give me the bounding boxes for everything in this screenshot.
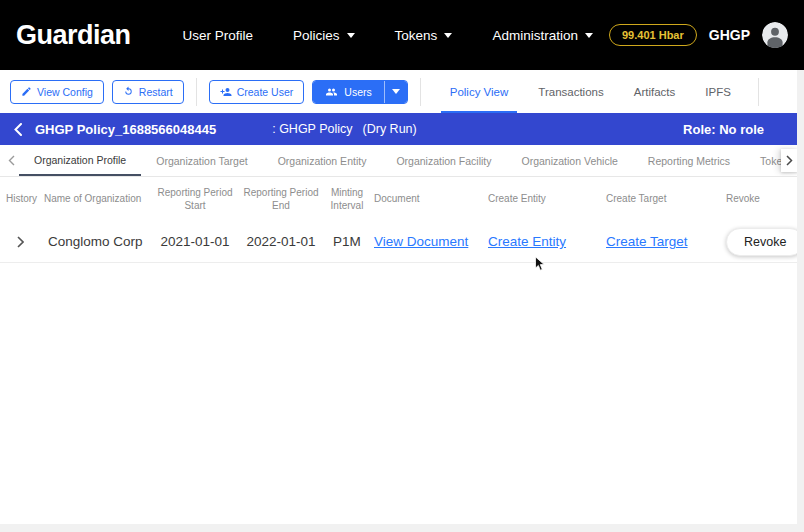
mouse-cursor-icon xyxy=(534,256,545,275)
avatar[interactable] xyxy=(762,22,788,48)
role-indicator: Role: No role xyxy=(683,122,764,137)
table-row: Conglomo Corp 2021-01-01 2022-01-01 P1M … xyxy=(0,221,804,263)
reporting-period-start-value: 2021-01-01 xyxy=(152,234,238,249)
tab-reporting-metrics[interactable]: Reporting Metrics xyxy=(633,145,745,176)
current-username: GHGP xyxy=(709,27,750,43)
toolbar-tabs: Policy View Transactions Artifacts IPFS xyxy=(435,70,746,113)
col-name-of-organization: Name of Organization xyxy=(40,192,152,206)
chevron-down-icon xyxy=(347,33,355,38)
col-reporting-period-start: Reporting Period Start xyxy=(152,186,238,213)
table-header-row: History Name of Organization Reporting P… xyxy=(0,177,804,221)
nav-policies[interactable]: Policies xyxy=(293,28,355,43)
nav-administration-label: Administration xyxy=(492,28,578,43)
tabs-scroll-left-button[interactable] xyxy=(4,145,19,176)
pencil-icon xyxy=(21,86,32,97)
tab-transactions[interactable]: Transactions xyxy=(523,70,618,113)
tab-ipfs-label: IPFS xyxy=(705,86,731,98)
person-add-icon xyxy=(220,86,232,98)
policy-name: GHGP Policy_1688566048445 xyxy=(35,122,216,137)
tab-organization-entity[interactable]: Organization Entity xyxy=(263,145,382,176)
user-avatar-icon xyxy=(762,22,788,48)
hbar-balance-badge[interactable]: 99.401 Hbar xyxy=(609,24,697,46)
view-config-label: View Config xyxy=(37,86,93,98)
nav-user-profile-label: User Profile xyxy=(183,28,254,43)
tab-ipfs[interactable]: IPFS xyxy=(690,70,746,113)
tab-policy-view-label: Policy View xyxy=(450,86,509,98)
create-target-link[interactable]: Create Target xyxy=(606,234,688,249)
create-user-label: Create User xyxy=(237,86,294,98)
policy-header-bar: GHGP Policy_1688566048445 : GHGP Policy … xyxy=(0,113,804,145)
nav-tokens-label: Tokens xyxy=(395,28,438,43)
users-split-button: Users xyxy=(312,80,407,104)
tab-organization-profile-label: Organization Profile xyxy=(34,154,126,166)
create-user-button[interactable]: Create User xyxy=(209,80,305,104)
col-create-target: Create Target xyxy=(602,192,722,206)
users-group-icon xyxy=(325,86,338,98)
policy-mode-badge: (Dry Run) xyxy=(363,122,417,136)
organization-name: Conglomo Corp xyxy=(40,234,152,249)
toolbar-divider xyxy=(196,78,197,106)
users-button[interactable]: Users xyxy=(313,81,383,103)
create-entity-link[interactable]: Create Entity xyxy=(488,234,566,249)
tab-organization-facility[interactable]: Organization Facility xyxy=(381,145,506,176)
minting-interval-value: P1M xyxy=(324,234,370,249)
users-label: Users xyxy=(344,86,371,98)
chevron-down-icon xyxy=(444,33,452,38)
col-create-entity: Create Entity xyxy=(484,192,602,206)
view-config-button[interactable]: View Config xyxy=(10,80,104,104)
restart-icon xyxy=(123,86,134,97)
nav-administration[interactable]: Administration xyxy=(492,28,593,43)
chevron-down-icon xyxy=(392,89,400,94)
col-reporting-period-end: Reporting Period End xyxy=(238,186,324,213)
toolbar-divider xyxy=(420,78,421,106)
col-document: Document xyxy=(370,192,484,206)
tab-organization-target-label: Organization Target xyxy=(156,155,247,167)
col-revoke: Revoke xyxy=(722,192,804,206)
horizontal-scrollbar[interactable] xyxy=(0,524,804,532)
policy-toolbar: View Config Restart Create User Users Po… xyxy=(0,70,804,113)
tab-transactions-label: Transactions xyxy=(538,86,603,98)
vertical-scrollbar[interactable] xyxy=(797,70,804,524)
view-document-link[interactable]: View Document xyxy=(374,234,468,249)
col-history: History xyxy=(0,192,40,206)
back-button[interactable] xyxy=(14,123,22,136)
tab-organization-vehicle-label: Organization Vehicle xyxy=(522,155,618,167)
col-minting-interval: Minting Interval xyxy=(324,186,370,213)
top-nav: User Profile Policies Tokens Administrat… xyxy=(183,28,593,43)
reporting-period-end-value: 2022-01-01 xyxy=(238,234,324,249)
revoke-button[interactable]: Revoke xyxy=(726,228,804,256)
top-right-group: 99.401 Hbar GHGP xyxy=(609,22,788,48)
restart-label: Restart xyxy=(139,86,173,98)
chevron-left-icon xyxy=(14,123,22,136)
tab-organization-vehicle[interactable]: Organization Vehicle xyxy=(507,145,633,176)
toolbar-divider xyxy=(758,78,759,106)
restart-button[interactable]: Restart xyxy=(112,80,184,104)
tab-artifacts-label: Artifacts xyxy=(634,86,676,98)
chevron-down-icon xyxy=(585,33,593,38)
nav-user-profile[interactable]: User Profile xyxy=(183,28,254,43)
tabs-scroll-right-button[interactable] xyxy=(781,149,798,172)
tab-organization-profile[interactable]: Organization Profile xyxy=(19,145,141,176)
nav-policies-label: Policies xyxy=(293,28,340,43)
chevron-right-icon xyxy=(786,155,793,166)
chevron-left-icon xyxy=(8,155,15,166)
tab-organization-facility-label: Organization Facility xyxy=(396,155,491,167)
nav-tokens[interactable]: Tokens xyxy=(395,28,453,43)
users-dropdown-toggle[interactable] xyxy=(384,81,407,103)
organization-tabs: Organization Profile Organization Target… xyxy=(0,145,804,177)
row-expand-button[interactable] xyxy=(0,236,40,248)
tab-organization-entity-label: Organization Entity xyxy=(278,155,367,167)
top-nav-bar: Guardian User Profile Policies Tokens Ad… xyxy=(0,0,804,70)
app-logo[interactable]: Guardian xyxy=(16,20,131,51)
tab-reporting-metrics-label: Reporting Metrics xyxy=(648,155,730,167)
policy-subtitle: : GHGP Policy xyxy=(272,122,352,136)
tab-artifacts[interactable]: Artifacts xyxy=(619,70,691,113)
chevron-right-icon xyxy=(17,236,24,248)
tab-organization-target[interactable]: Organization Target xyxy=(141,145,262,176)
tab-policy-view[interactable]: Policy View xyxy=(435,70,524,113)
